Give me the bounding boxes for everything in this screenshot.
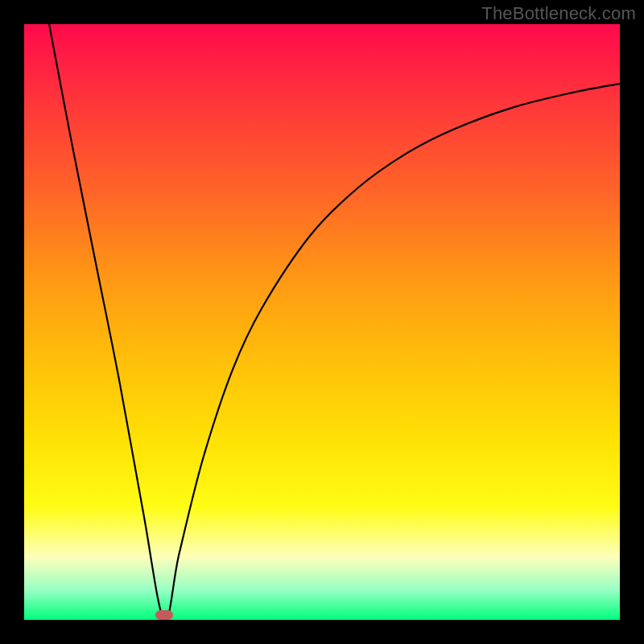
chart-frame: TheBottleneck.com [0,0,644,644]
watermark-text: TheBottleneck.com [481,3,636,24]
min-marker [155,610,173,620]
plot-area [24,24,620,620]
bottleneck-curve [24,24,620,620]
